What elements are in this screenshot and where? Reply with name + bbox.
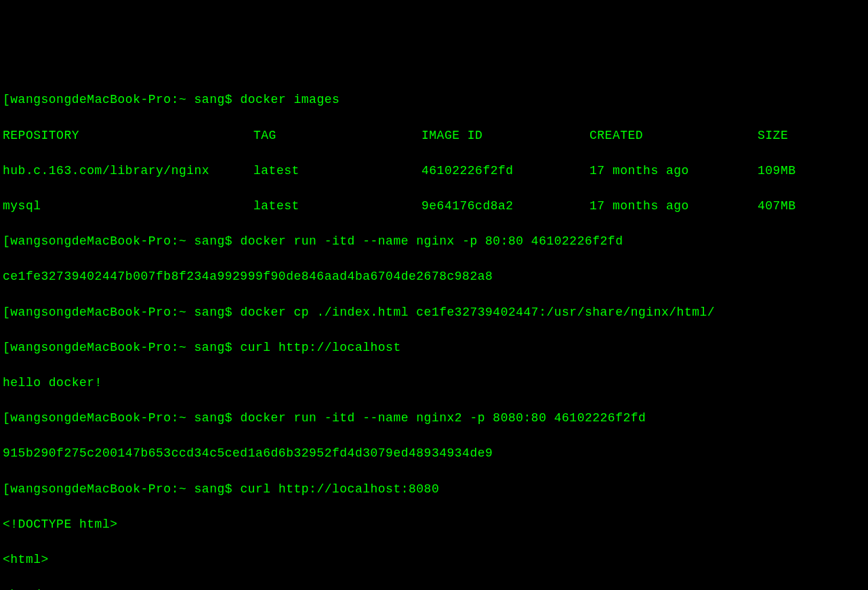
output-line: ce1fe32739402447b007fb8f234a992999f90de8…	[3, 268, 865, 285]
cell-repository: mysql	[3, 197, 253, 215]
cell-repository: hub.c.163.com/library/nginx	[3, 162, 253, 180]
prompt-line: [wangsongdeMacBook-Pro:~ sang$ docker im…	[3, 91, 865, 108]
cell-created: 17 months ago	[590, 197, 758, 215]
html-line: <head>	[3, 586, 865, 590]
output-line: 915b290f275c200147b653ccd34c5ced1a6d6b32…	[3, 444, 865, 462]
bracket: [	[3, 93, 10, 106]
table-row: mysqllatest9e64176cd8a217 months ago407M…	[3, 197, 865, 215]
prompt-host: wangsongdeMacBook-Pro:~ sang$	[10, 411, 240, 425]
prompt-host: wangsongdeMacBook-Pro:~ sang$	[10, 482, 240, 496]
col-repository: REPOSITORY	[3, 127, 253, 144]
prompt-line: [wangsongdeMacBook-Pro:~ sang$ curl http…	[3, 339, 865, 356]
html-line: <html>	[3, 551, 865, 568]
command: docker cp ./index.html ce1fe32739402447:…	[240, 305, 715, 319]
command: docker images	[240, 93, 339, 106]
prompt-line: [wangsongdeMacBook-Pro:~ sang$ docker ru…	[3, 409, 865, 427]
html-line: <!DOCTYPE html>	[3, 515, 865, 533]
terminal-window[interactable]: [wangsongdeMacBook-Pro:~ sang$ docker im…	[3, 73, 865, 590]
prompt-line: [wangsongdeMacBook-Pro:~ sang$ docker ru…	[3, 232, 865, 250]
cell-size: 407MB	[758, 197, 796, 215]
bracket: [	[3, 305, 10, 319]
output-line: hello docker!	[3, 374, 865, 392]
cell-tag: latest	[253, 197, 421, 215]
table-row: hub.c.163.com/library/nginxlatest4610222…	[3, 162, 865, 180]
table-header: REPOSITORYTAGIMAGE IDCREATEDSIZE	[3, 127, 865, 144]
prompt-host: wangsongdeMacBook-Pro:~ sang$	[10, 93, 240, 106]
command: docker run -itd --name nginx2 -p 8080:80…	[240, 411, 646, 425]
col-size: SIZE	[758, 127, 788, 144]
cell-size: 109MB	[758, 162, 796, 180]
col-imageid: IMAGE ID	[421, 127, 590, 144]
prompt-line: [wangsongdeMacBook-Pro:~ sang$ docker cp…	[3, 303, 865, 321]
command: curl http://localhost:8080	[240, 482, 439, 496]
cell-tag: latest	[253, 162, 421, 180]
bracket: [	[3, 341, 10, 354]
cell-imageid: 46102226f2fd	[421, 162, 590, 180]
cell-imageid: 9e64176cd8a2	[421, 197, 590, 215]
command: docker run -itd --name nginx -p 80:80 46…	[240, 234, 623, 248]
bracket: [	[3, 411, 10, 425]
prompt-host: wangsongdeMacBook-Pro:~ sang$	[10, 305, 240, 319]
prompt-host: wangsongdeMacBook-Pro:~ sang$	[10, 341, 240, 354]
col-created: CREATED	[590, 127, 758, 144]
cell-created: 17 months ago	[590, 162, 758, 180]
bracket: [	[3, 234, 10, 248]
bracket: [	[3, 482, 10, 496]
command: curl http://localhost	[240, 341, 400, 354]
col-tag: TAG	[253, 127, 421, 144]
prompt-host: wangsongdeMacBook-Pro:~ sang$	[10, 234, 240, 248]
prompt-line: [wangsongdeMacBook-Pro:~ sang$ curl http…	[3, 480, 865, 498]
